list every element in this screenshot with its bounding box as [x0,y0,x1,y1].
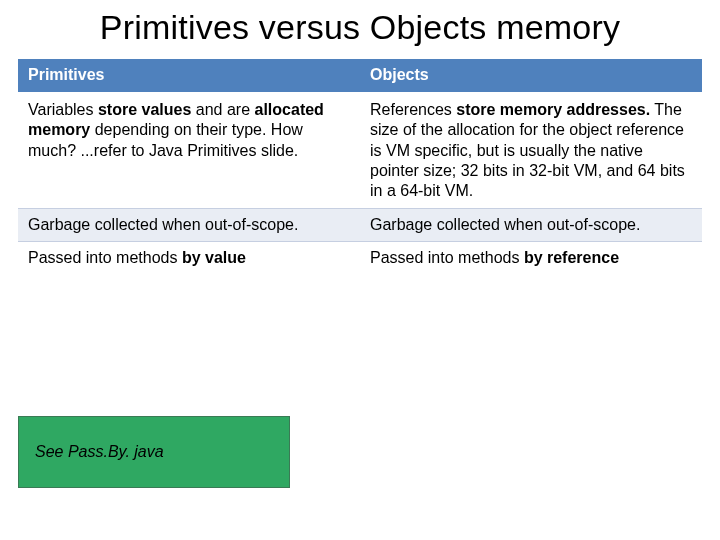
slide: Primitives versus Objects memory Primiti… [0,0,720,540]
cell-primitives-storage: Variables store values and are allocated… [18,93,360,209]
comparison-table: Primitives Objects Variables store value… [18,59,702,275]
header-primitives: Primitives [18,59,360,92]
table-row: Variables store values and are allocated… [18,93,702,209]
table-row: Passed into methods by value Passed into… [18,242,702,275]
header-objects: Objects [360,59,702,92]
cell-primitives-passing: Passed into methods by value [18,242,360,275]
cell-objects-gc: Garbage collected when out-of-scope. [360,208,702,241]
note-box: See Pass.By. java [18,416,290,488]
slide-title: Primitives versus Objects memory [0,0,720,53]
table-row: Garbage collected when out-of-scope. Gar… [18,208,702,241]
cell-objects-storage: References store memory addresses. The s… [360,93,702,209]
table-header-row: Primitives Objects [18,59,702,92]
note-text: See Pass.By. java [19,443,164,461]
cell-primitives-gc: Garbage collected when out-of-scope. [18,208,360,241]
cell-objects-passing: Passed into methods by reference [360,242,702,275]
